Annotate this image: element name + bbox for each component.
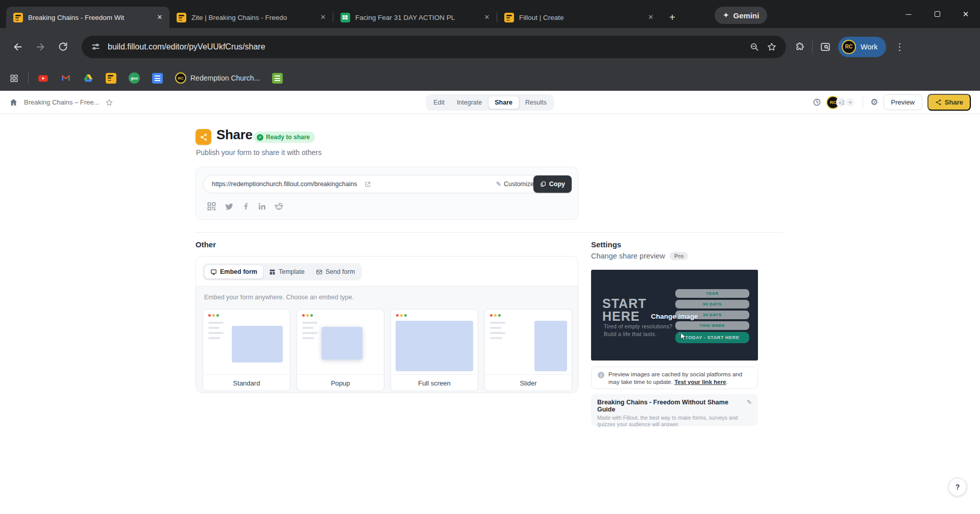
tab-facing-fear[interactable]: Facing Fear 31 DAY ACTION PL ✕ xyxy=(333,7,497,28)
embed-type-popup[interactable]: Popup xyxy=(297,309,384,391)
fullscreen-mockup xyxy=(391,310,478,374)
bookmark-redemption-church[interactable]: RC Redemption Church... xyxy=(175,72,260,84)
maximize-button[interactable] xyxy=(923,0,951,28)
tab-title: Breaking Chains - Freedom Wit xyxy=(28,14,150,21)
browser-menu-icon[interactable]: ⋮ xyxy=(893,41,906,53)
close-tab-icon[interactable]: ✕ xyxy=(155,13,164,22)
home-icon[interactable] xyxy=(9,98,18,107)
close-tab-icon[interactable]: ✕ xyxy=(646,13,655,22)
tab-breaking-chains[interactable]: Breaking Chains - Freedom Wit ✕ xyxy=(6,7,169,28)
history-clock-icon[interactable] xyxy=(813,98,821,107)
share-preview-image[interactable]: START HERE Tired of empty resolutions? B… xyxy=(591,270,758,361)
form-title[interactable]: Breaking Chains – Free... xyxy=(24,98,99,106)
gemini-button[interactable]: ✦ Gemini xyxy=(715,7,767,24)
facebook-icon[interactable] xyxy=(241,202,250,211)
close-window-button[interactable]: ✕ xyxy=(951,0,980,28)
reload-icon xyxy=(58,41,68,52)
apps-grid-icon[interactable] xyxy=(9,73,19,83)
change-share-preview[interactable]: Change share preview Pro xyxy=(591,252,688,260)
list-bookmark-icon[interactable] xyxy=(272,73,283,84)
editor-header: Breaking Chains – Free... Edit Integrate… xyxy=(0,91,980,114)
new-tab-button[interactable]: + xyxy=(665,10,680,25)
toolbar-actions: RC Work ⋮ xyxy=(794,37,906,57)
edit-pencil-icon[interactable]: ✎ xyxy=(747,399,752,406)
zoom-icon[interactable] xyxy=(749,42,760,52)
monitor-icon xyxy=(210,269,217,275)
qr-code-icon[interactable] xyxy=(206,201,217,212)
settings-gear-icon[interactable]: ⚙ xyxy=(870,97,878,108)
embed-type-standard[interactable]: Standard xyxy=(203,309,290,391)
twitter-icon[interactable] xyxy=(225,202,234,211)
close-tab-icon[interactable]: ✕ xyxy=(318,13,328,22)
fillout-bookmark-icon[interactable] xyxy=(106,73,116,84)
share-link-card: https://redemptionchurch.fillout.com/bre… xyxy=(195,167,578,220)
embed-type-slider[interactable]: Slider xyxy=(484,309,572,391)
gloo-bookmark-icon[interactable]: gloo xyxy=(129,72,140,84)
traffic-dots-icon xyxy=(208,314,285,317)
form-url-value[interactable]: https://redemptionchurch.fillout.com/bre… xyxy=(212,181,357,188)
mock-form-area xyxy=(534,321,567,371)
extensions-icon[interactable] xyxy=(794,41,805,52)
form-url-input[interactable]: https://redemptionchurch.fillout.com/bre… xyxy=(203,175,542,193)
mock-form-area xyxy=(396,321,473,371)
docs-bookmark-icon[interactable] xyxy=(152,73,163,84)
back-button[interactable] xyxy=(8,37,28,57)
linkedin-icon[interactable] xyxy=(258,202,266,211)
minimize-button[interactable]: ─ xyxy=(894,0,923,28)
tab-send-form[interactable]: Send form xyxy=(310,265,361,278)
preview-tagline: Tired of empty resolutions? Build a life… xyxy=(604,323,672,338)
profile-button[interactable]: RC Work xyxy=(838,37,886,57)
add-collaborator-button[interactable]: + xyxy=(845,97,855,108)
youtube-bookmark-icon[interactable] xyxy=(38,73,48,84)
copy-link-button[interactable]: Copy xyxy=(533,175,572,193)
pro-badge: Pro xyxy=(670,252,688,260)
preview-note: i Preview images are cached by social pl… xyxy=(591,367,758,389)
sheets-favicon-icon xyxy=(340,13,350,22)
embed-type-fullscreen[interactable]: Full screen xyxy=(390,309,478,391)
nav-results[interactable]: Results xyxy=(519,96,553,109)
slider-mockup xyxy=(485,310,572,374)
preview-headline: START HERE xyxy=(602,297,646,323)
share-nodes-icon xyxy=(935,99,942,106)
sparkle-icon: ✦ xyxy=(723,11,729,20)
favorite-star-icon[interactable] xyxy=(105,98,113,107)
mouse-cursor-icon xyxy=(679,332,688,341)
envelope-icon xyxy=(316,269,323,275)
close-tab-icon[interactable]: ✕ xyxy=(482,13,492,22)
popup-mockup xyxy=(297,310,384,374)
nav-edit[interactable]: Edit xyxy=(427,96,451,109)
bookmark-star-icon[interactable] xyxy=(767,42,777,52)
bookmarks-separator xyxy=(28,72,29,84)
forward-button[interactable] xyxy=(31,37,50,57)
nav-share[interactable]: Share xyxy=(488,96,519,109)
tab-zite[interactable]: Zite | Breaking Chains - Freedo ✕ xyxy=(169,7,333,28)
external-link-icon[interactable] xyxy=(364,181,371,188)
reddit-icon[interactable] xyxy=(274,201,284,211)
embed-type-label: Standard xyxy=(203,374,290,391)
header-share-button[interactable]: Share xyxy=(927,94,971,111)
customize-button[interactable]: ✎ Customize xyxy=(496,181,534,188)
address-bar[interactable]: build.fillout.com/editor/pyVeUUkfCrus/sh… xyxy=(82,36,786,58)
url-text[interactable]: build.fillout.com/editor/pyVeUUkfCrus/sh… xyxy=(108,42,742,52)
site-settings-icon[interactable] xyxy=(91,42,101,52)
mock-text-lines xyxy=(302,322,317,339)
info-icon: i xyxy=(598,372,604,378)
change-image-overlay[interactable]: Change image xyxy=(651,313,698,320)
tab-fillout-create[interactable]: Fillout | Create ✕ xyxy=(497,7,660,28)
settings-heading: Settings xyxy=(591,240,621,249)
nav-integrate[interactable]: Integrate xyxy=(451,96,488,109)
gmail-bookmark-icon[interactable] xyxy=(61,73,71,83)
share-page: Share ✓ Ready to share Publish your form… xyxy=(0,114,980,514)
drive-bookmark-icon[interactable] xyxy=(83,73,93,83)
preview-button[interactable]: Preview xyxy=(884,94,922,110)
reload-button[interactable] xyxy=(53,37,72,57)
editor-actions: RC +2 + ⚙ Preview Share xyxy=(813,94,971,111)
share-nodes-icon xyxy=(200,133,208,141)
tab-search-icon[interactable] xyxy=(820,41,831,53)
tab-embed-form[interactable]: Embed form xyxy=(204,265,263,279)
preview-pill-thisweek: THIS WEEK xyxy=(675,321,749,330)
tab-template[interactable]: Template xyxy=(263,265,310,278)
test-link[interactable]: Test your link here xyxy=(674,379,726,385)
back-icon xyxy=(12,41,23,53)
help-button[interactable]: ? xyxy=(948,478,967,496)
